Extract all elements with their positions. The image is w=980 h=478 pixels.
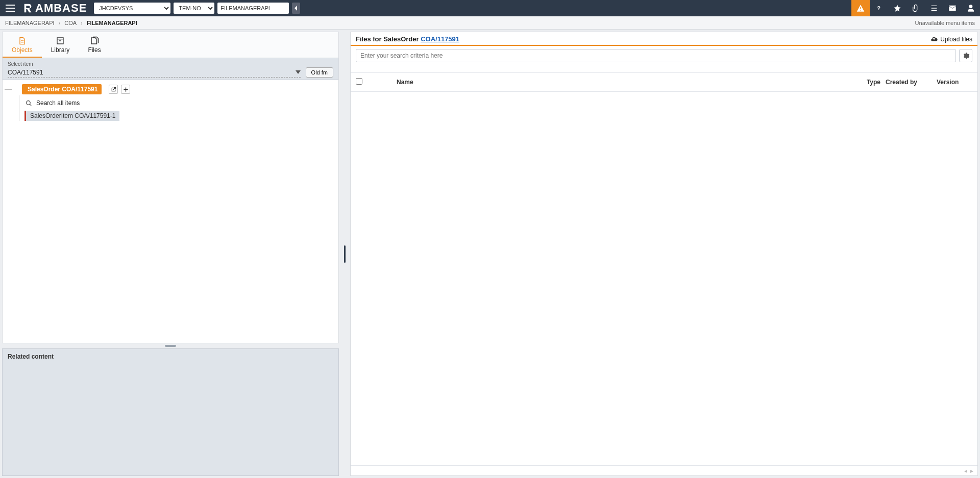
files-table-header: Name Type Created by Version bbox=[351, 72, 977, 92]
left-panel: Objects Library Files Select it bbox=[2, 32, 339, 476]
breadcrumb-item[interactable]: FILEMANAGERAPI bbox=[5, 20, 55, 26]
attachments-button[interactable] bbox=[906, 0, 925, 16]
topbar: AMBASE JHCDEVSYS TEM-NO ? bbox=[0, 0, 980, 16]
cloud-upload-icon bbox=[930, 36, 938, 43]
command-history-button[interactable] bbox=[292, 3, 300, 14]
hamburger-icon bbox=[6, 5, 15, 12]
tab-library[interactable]: Library bbox=[42, 32, 79, 58]
files-icon bbox=[90, 36, 99, 45]
tab-label: Objects bbox=[12, 46, 33, 54]
unavailable-menu-items-link[interactable]: Unavailable menu items bbox=[915, 20, 975, 26]
archive-icon bbox=[56, 36, 65, 45]
plus-icon bbox=[123, 87, 129, 92]
svg-text:?: ? bbox=[877, 5, 880, 11]
help-icon: ? bbox=[875, 5, 883, 12]
files-title: Files for SalesOrder COA/117591 bbox=[356, 35, 459, 43]
add-node-button[interactable] bbox=[121, 85, 130, 94]
topbar-icon-group: ? bbox=[851, 0, 980, 16]
chevron-down-icon bbox=[296, 70, 301, 74]
tab-label: Library bbox=[51, 46, 70, 54]
select-item-value: COA/117591 bbox=[8, 69, 43, 76]
breadcrumb: FILEMANAGERAPI › COA › FILEMANAGERAPI Un… bbox=[0, 16, 980, 30]
help-button[interactable]: ? bbox=[870, 0, 888, 16]
tab-label: Files bbox=[88, 46, 101, 54]
messages-button[interactable] bbox=[943, 0, 962, 16]
breadcrumb-separator: › bbox=[81, 20, 83, 26]
search-icon bbox=[26, 100, 32, 107]
paperclip-icon bbox=[912, 4, 920, 12]
external-link-icon bbox=[111, 87, 116, 92]
right-panel: Files for SalesOrder COA/117591 Upload f… bbox=[350, 32, 978, 476]
mail-icon bbox=[948, 4, 957, 12]
main-layout: Objects Library Files Select it bbox=[0, 30, 980, 478]
breadcrumb-separator: › bbox=[59, 20, 61, 26]
user-button[interactable] bbox=[962, 0, 980, 16]
upload-files-button[interactable]: Upload files bbox=[930, 36, 972, 43]
user-icon bbox=[967, 4, 975, 12]
select-item-dropdown[interactable]: COA/117591 bbox=[8, 68, 301, 78]
left-tabs: Objects Library Files bbox=[3, 32, 338, 58]
horizontal-splitter[interactable] bbox=[2, 343, 339, 348]
related-content-title: Related content bbox=[8, 353, 333, 360]
files-search-input[interactable] bbox=[356, 49, 956, 62]
menu-toggle-button[interactable] bbox=[0, 0, 20, 16]
object-tree: SalesOrder COA/117591 Search all items bbox=[3, 80, 338, 343]
tree-node-root[interactable]: SalesOrder COA/117591 bbox=[22, 84, 102, 94]
app-logo-text: AMBASE bbox=[35, 2, 87, 15]
vertical-splitter[interactable] bbox=[343, 32, 346, 476]
pager-prev[interactable]: ◂ bbox=[964, 467, 967, 474]
upload-files-label: Upload files bbox=[940, 36, 972, 43]
pager-next[interactable]: ▸ bbox=[970, 467, 973, 474]
svg-point-1 bbox=[27, 100, 31, 105]
files-header: Files for SalesOrder COA/117591 Upload f… bbox=[351, 32, 977, 46]
old-fm-button[interactable]: Old fm bbox=[306, 67, 333, 78]
select-item-label: Select item bbox=[8, 61, 301, 67]
files-settings-button[interactable] bbox=[959, 49, 972, 62]
command-input[interactable] bbox=[217, 3, 289, 14]
files-title-link[interactable]: COA/117591 bbox=[421, 35, 459, 43]
tab-files[interactable]: Files bbox=[79, 32, 110, 58]
open-external-button[interactable] bbox=[109, 85, 118, 94]
left-upper-card: Objects Library Files Select it bbox=[2, 32, 339, 343]
star-icon bbox=[893, 4, 901, 12]
files-table-body bbox=[351, 92, 977, 465]
locale-select[interactable]: TEM-NO bbox=[174, 3, 214, 14]
tab-objects[interactable]: Objects bbox=[3, 32, 42, 58]
document-icon bbox=[17, 36, 27, 45]
breadcrumb-item-current: FILEMANAGERAPI bbox=[87, 20, 137, 26]
files-select-all[interactable] bbox=[356, 78, 376, 86]
list-icon bbox=[930, 4, 938, 12]
tree-search-all-label: Search all items bbox=[36, 99, 80, 107]
warning-icon bbox=[856, 4, 865, 12]
select-item-row: Select item COA/117591 Old fm bbox=[3, 58, 338, 80]
alerts-button[interactable] bbox=[851, 0, 870, 16]
app-logo: AMBASE bbox=[22, 2, 87, 15]
chevron-left-icon bbox=[294, 6, 298, 11]
files-column-name[interactable]: Name bbox=[397, 79, 845, 86]
files-title-prefix: Files for SalesOrder bbox=[356, 35, 421, 43]
select-all-checkbox[interactable] bbox=[356, 78, 362, 85]
files-pager: ◂ ▸ bbox=[351, 465, 977, 475]
tree-node-child[interactable]: SalesOrderItem COA/117591-1 bbox=[24, 111, 119, 121]
gear-icon bbox=[962, 52, 970, 60]
files-column-version[interactable]: Version bbox=[937, 79, 972, 86]
files-column-created-by[interactable]: Created by bbox=[886, 79, 937, 86]
related-content-panel: Related content bbox=[2, 348, 339, 476]
files-column-type[interactable]: Type bbox=[845, 79, 886, 86]
favorites-button[interactable] bbox=[888, 0, 906, 16]
tasks-button[interactable] bbox=[925, 0, 943, 16]
system-select[interactable]: JHCDEVSYS bbox=[94, 3, 170, 14]
tree-connector bbox=[5, 89, 12, 90]
tree-search-all[interactable]: Search all items bbox=[24, 97, 336, 109]
files-search-row bbox=[351, 46, 977, 65]
breadcrumb-item[interactable]: COA bbox=[64, 20, 77, 26]
